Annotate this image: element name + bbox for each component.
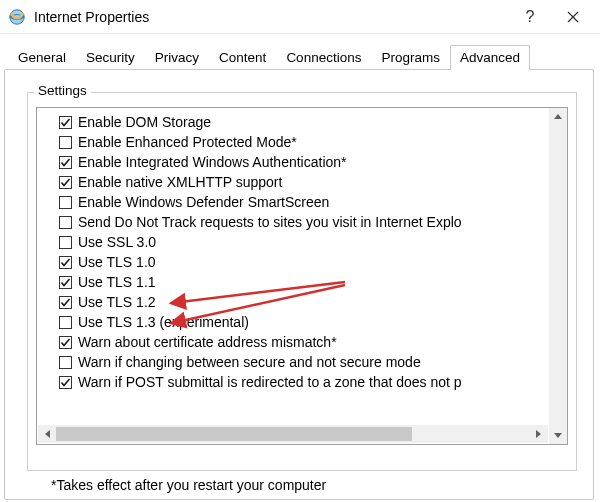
list-item[interactable]: Use SSL 3.0 [59, 232, 547, 252]
tab-privacy[interactable]: Privacy [145, 45, 209, 70]
horizontal-scrollbar[interactable] [38, 425, 548, 443]
list-item[interactable]: Use TLS 1.2 [59, 292, 547, 312]
svg-point-0 [10, 9, 24, 23]
list-item[interactable]: Enable Integrated Windows Authentication… [59, 152, 547, 172]
checkbox[interactable] [59, 376, 72, 389]
list-item[interactable]: Enable DOM Storage [59, 112, 547, 132]
checkbox[interactable] [59, 156, 72, 169]
tab-security[interactable]: Security [76, 45, 145, 70]
scroll-left-arrow-icon[interactable] [38, 429, 56, 439]
checkbox[interactable] [59, 236, 72, 249]
close-button[interactable] [550, 1, 596, 33]
titlebar: Internet Properties ? [0, 0, 600, 34]
checkbox[interactable] [59, 336, 72, 349]
option-label: Enable Integrated Windows Authentication… [78, 154, 347, 170]
list-item[interactable]: Enable native XMLHTTP support [59, 172, 547, 192]
option-label: Send Do Not Track requests to sites you … [78, 214, 462, 230]
window-title: Internet Properties [34, 9, 149, 25]
list-item[interactable]: Send Do Not Track requests to sites you … [59, 212, 547, 232]
checkbox[interactable] [59, 196, 72, 209]
option-label: Enable native XMLHTTP support [78, 174, 282, 190]
checkbox[interactable] [59, 256, 72, 269]
option-label: Use TLS 1.0 [78, 254, 156, 270]
list-item[interactable]: Use TLS 1.3 (experimental) [59, 312, 547, 332]
tab-connections[interactable]: Connections [276, 45, 371, 70]
list-item[interactable]: Use TLS 1.0 [59, 252, 547, 272]
tab-general[interactable]: General [8, 45, 76, 70]
settings-legend: Settings [34, 83, 91, 98]
option-label: Enable Enhanced Protected Mode* [78, 134, 297, 150]
settings-group: Settings Enable DOM StorageEnable Enhanc… [27, 92, 577, 471]
option-label: Warn about certificate address mismatch* [78, 334, 337, 350]
option-label: Use TLS 1.2 [78, 294, 156, 310]
checkbox[interactable] [59, 316, 72, 329]
list-item[interactable]: Use TLS 1.1 [59, 272, 547, 292]
settings-list[interactable]: Enable DOM StorageEnable Enhanced Protec… [36, 107, 568, 445]
help-button[interactable]: ? [510, 1, 550, 33]
list-item[interactable]: Warn if changing between secure and not … [59, 352, 547, 372]
tab-content[interactable]: Content [209, 45, 276, 70]
option-label: Enable Windows Defender SmartScreen [78, 194, 329, 210]
tab-strip: GeneralSecurityPrivacyContentConnections… [4, 44, 594, 69]
option-label: Warn if POST submittal is redirected to … [78, 374, 462, 390]
tab-programs[interactable]: Programs [371, 45, 450, 70]
option-label: Warn if changing between secure and not … [78, 354, 421, 370]
list-item[interactable]: Enable Windows Defender SmartScreen [59, 192, 547, 212]
scroll-up-arrow-icon[interactable] [549, 108, 567, 126]
horizontal-scroll-track[interactable] [56, 425, 530, 443]
app-icon [8, 8, 26, 26]
tab-panel-advanced: Settings Enable DOM StorageEnable Enhanc… [4, 69, 594, 500]
checkbox[interactable] [59, 216, 72, 229]
option-label: Use SSL 3.0 [78, 234, 156, 250]
checkbox[interactable] [59, 356, 72, 369]
option-label: Use TLS 1.1 [78, 274, 156, 290]
checkbox[interactable] [59, 116, 72, 129]
option-label: Use TLS 1.3 (experimental) [78, 314, 249, 330]
vertical-scrollbar[interactable] [549, 108, 567, 444]
checkbox[interactable] [59, 176, 72, 189]
option-label: Enable DOM Storage [78, 114, 211, 130]
checkbox[interactable] [59, 296, 72, 309]
scroll-right-arrow-icon[interactable] [530, 429, 548, 439]
checkbox[interactable] [59, 276, 72, 289]
close-icon [567, 11, 579, 23]
list-item[interactable]: Warn about certificate address mismatch* [59, 332, 547, 352]
tab-advanced[interactable]: Advanced [450, 45, 530, 70]
list-item[interactable]: Warn if POST submittal is redirected to … [59, 372, 547, 392]
list-item[interactable]: Enable Enhanced Protected Mode* [59, 132, 547, 152]
scroll-down-arrow-icon[interactable] [549, 426, 567, 444]
horizontal-scroll-thumb[interactable] [56, 427, 412, 441]
vertical-scroll-track[interactable] [549, 126, 567, 426]
checkbox[interactable] [59, 136, 72, 149]
footnote: *Takes effect after you restart your com… [25, 473, 583, 493]
